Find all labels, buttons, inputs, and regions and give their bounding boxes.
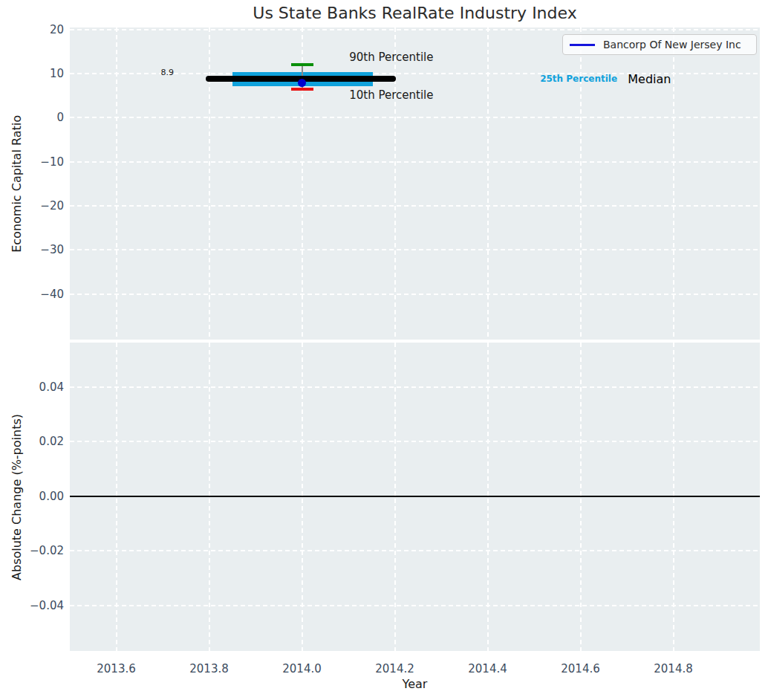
x-tick-label: 2014.4 <box>455 662 521 675</box>
y-tick-label: −10 <box>0 155 64 169</box>
gridline-y <box>70 605 760 606</box>
y-tick-label: −40 <box>0 288 64 301</box>
annotation: Median <box>628 72 671 86</box>
y-tick-label: 0.00 <box>0 490 64 503</box>
x-tick-label: 2013.8 <box>176 662 243 675</box>
zero-line <box>70 496 760 497</box>
y-tick-label: 0.04 <box>0 380 64 394</box>
gridline-y <box>70 441 760 442</box>
gridline-y <box>70 161 760 163</box>
y-tick-label: −30 <box>0 243 64 256</box>
x-tick-label: 2013.6 <box>83 662 150 675</box>
annotation: 10th Percentile <box>349 88 433 102</box>
x-tick-label: 2014.2 <box>362 662 429 675</box>
gridline-y <box>70 117 760 118</box>
x-tick-label: 2014.8 <box>640 662 707 675</box>
gridline-y <box>70 29 760 30</box>
annotation: 8.9 <box>161 68 175 77</box>
gridline-y <box>70 550 760 551</box>
gridline-y <box>70 205 760 207</box>
x-tick-label: 2014.6 <box>547 662 614 675</box>
y-tick-label: 0.02 <box>0 435 64 448</box>
legend-line-icon <box>570 44 595 46</box>
company-point <box>298 79 306 87</box>
y-tick-label: 10 <box>0 67 64 80</box>
x-axis-label: Year <box>70 677 760 691</box>
legend: Bancorp Of New Jersey Inc <box>562 34 757 55</box>
gridline-y <box>70 386 760 388</box>
y-axis-label-top: Economic Capital Ratio <box>10 115 24 253</box>
y-tick-label: 20 <box>0 23 64 36</box>
y-tick-label: −0.04 <box>0 599 64 612</box>
legend-label: Bancorp Of New Jersey Inc <box>603 39 741 51</box>
annotation: 25th Percentile <box>540 74 617 84</box>
x-tick-label: 2014.0 <box>269 662 336 675</box>
y-tick-label: 0 <box>0 111 64 124</box>
p90-cap <box>291 63 313 66</box>
chart-title: Us State Banks RealRate Industry Index <box>70 4 760 22</box>
gridline-y <box>70 294 760 295</box>
figure: Us State Banks RealRate Industry Index E… <box>0 0 768 700</box>
gridline-y <box>70 249 760 250</box>
annotation: 90th Percentile <box>349 51 433 64</box>
p10-cap <box>291 88 313 91</box>
y-tick-label: −20 <box>0 199 64 213</box>
y-tick-label: −0.02 <box>0 544 64 557</box>
